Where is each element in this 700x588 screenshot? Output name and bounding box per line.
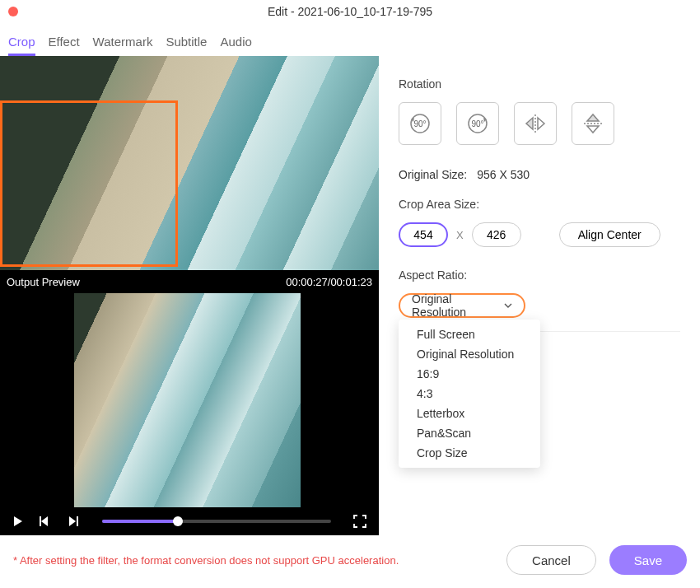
footer: * After setting the filter, the format c… xyxy=(0,535,700,585)
aspect-ratio-dropdown: Full Screen Original Resolution 16:9 4:3… xyxy=(399,320,540,468)
tab-watermark[interactable]: Watermark xyxy=(93,30,153,56)
aspect-ratio-select[interactable]: Original Resolution xyxy=(399,293,525,318)
crop-height-input[interactable] xyxy=(472,222,521,247)
chevron-down-icon xyxy=(504,303,512,308)
settings-pane: Rotation 90° 90° Original Size: 956 X 53… xyxy=(379,56,700,535)
progress-thumb[interactable] xyxy=(173,516,183,526)
footer-note: * After setting the filter, the format c… xyxy=(13,554,506,567)
rotate-cw-button[interactable]: 90° xyxy=(456,102,499,145)
player-controls xyxy=(0,507,379,535)
aspect-ratio-value: Original Resolution xyxy=(412,292,504,319)
crop-area-label: Crop Area Size: xyxy=(399,198,680,211)
aspect-option-original[interactable]: Original Resolution xyxy=(399,344,540,364)
tab-effect[interactable]: Effect xyxy=(49,30,80,56)
original-size-label: Original Size: xyxy=(399,168,467,181)
x-separator: X xyxy=(456,229,464,241)
tab-subtitle[interactable]: Subtitle xyxy=(166,30,207,56)
title-bar: Edit - 2021-06-10_10-17-19-795 xyxy=(0,0,700,23)
output-preview-label: Output Preview xyxy=(7,276,80,288)
aspect-option-4-3[interactable]: 4:3 xyxy=(399,384,540,404)
aspect-option-full-screen[interactable]: Full Screen xyxy=(399,324,540,344)
flip-vertical-button[interactable] xyxy=(572,102,614,145)
rotate-ccw-text: 90° xyxy=(413,119,426,128)
tab-crop[interactable]: Crop xyxy=(8,30,35,56)
original-size-value: 956 X 530 xyxy=(477,168,530,181)
crop-width-input[interactable] xyxy=(399,222,448,247)
step-forward-icon[interactable] xyxy=(66,515,81,528)
preview-info-bar: Output Preview 00:00:27/00:01:23 xyxy=(0,270,379,293)
aspect-option-letterbox[interactable]: Letterbox xyxy=(399,404,540,423)
align-center-button[interactable]: Align Center xyxy=(559,222,660,247)
rotate-ccw-button[interactable]: 90° xyxy=(399,102,441,145)
save-button[interactable]: Save xyxy=(609,545,687,575)
preview-pane: Output Preview 00:00:27/00:01:23 xyxy=(0,56,379,535)
output-video-area xyxy=(0,293,379,507)
tab-audio[interactable]: Audio xyxy=(220,30,251,56)
rotate-cw-text: 90° xyxy=(471,119,483,128)
tab-bar: Crop Effect Watermark Subtitle Audio xyxy=(0,23,700,56)
progress-bar[interactable] xyxy=(102,520,331,523)
step-back-icon[interactable] xyxy=(38,515,53,528)
window-title: Edit - 2021-06-10_10-17-19-795 xyxy=(0,5,700,18)
aspect-option-panscan[interactable]: Pan&Scan xyxy=(399,423,540,443)
timecode: 00:00:27/00:01:23 xyxy=(286,276,372,288)
aspect-ratio-label: Aspect Ratio: xyxy=(399,268,680,282)
output-frame xyxy=(74,293,301,507)
crop-video-area[interactable] xyxy=(0,56,379,270)
cancel-button[interactable]: Cancel xyxy=(506,545,596,575)
svg-rect-1 xyxy=(77,516,78,526)
progress-fill xyxy=(102,520,178,523)
aspect-option-16-9[interactable]: 16:9 xyxy=(399,364,540,384)
svg-rect-0 xyxy=(40,516,41,526)
aspect-option-crop-size[interactable]: Crop Size xyxy=(399,443,540,463)
rotation-label: Rotation xyxy=(399,77,680,91)
crop-selection-box[interactable] xyxy=(0,100,178,267)
flip-horizontal-button[interactable] xyxy=(514,102,557,145)
play-icon[interactable] xyxy=(12,515,25,528)
fullscreen-icon[interactable] xyxy=(352,514,367,529)
